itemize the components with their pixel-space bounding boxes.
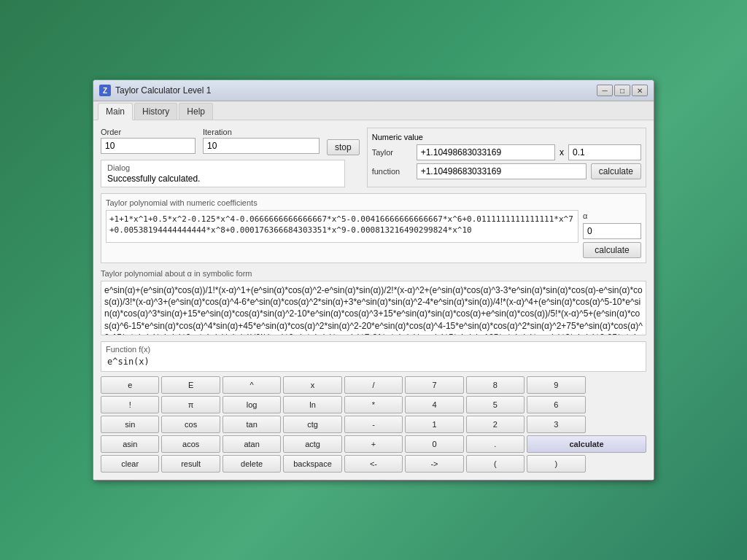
x-value-input[interactable] — [568, 144, 641, 160]
key-close-paren[interactable]: ) — [527, 455, 585, 472]
taylor-row: Taylor x — [372, 144, 641, 160]
key-sin[interactable]: sin — [101, 416, 159, 433]
alpha-col: α calculate — [583, 210, 641, 258]
maximize-button[interactable]: □ — [614, 85, 630, 96]
alpha-input[interactable] — [583, 223, 641, 239]
order-label: Order — [101, 128, 196, 136]
keypad-row-5: clear result delete backspace <- -> ( ) — [101, 455, 646, 472]
key-dot[interactable]: . — [466, 435, 525, 453]
keypad-row-2: ! π log ln * 4 5 6 — [101, 396, 646, 413]
title-buttons: ─ □ ✕ — [597, 85, 648, 96]
symbolic-title: Taylor polynomial about α in symbolic fo… — [101, 269, 646, 278]
calculate-button-numeric[interactable]: calculate — [591, 163, 641, 179]
stop-button[interactable]: stop — [327, 139, 360, 155]
key-ctg[interactable]: ctg — [283, 416, 341, 433]
key-minus[interactable]: - — [344, 416, 403, 433]
key-ln[interactable]: ln — [283, 396, 341, 413]
key-multiply[interactable]: * — [344, 396, 403, 413]
alpha-label: α — [583, 211, 641, 220]
minimize-button[interactable]: ─ — [597, 85, 613, 96]
close-button[interactable]: ✕ — [632, 85, 648, 96]
dialog-message: Successfully calculated. — [107, 174, 338, 184]
key-right[interactable]: -> — [405, 455, 463, 472]
alpha-row: +1+1*x^1+0.5*x^2-0.125*x^4-0.06666666666… — [106, 210, 641, 258]
top-row: Order Iteration stop Dialog Successfully… — [101, 128, 646, 187]
function-row: function calculate — [372, 163, 641, 179]
calculate-button-poly[interactable]: calculate — [583, 242, 641, 258]
key-2[interactable]: 2 — [466, 416, 525, 433]
key-factorial[interactable]: ! — [101, 396, 159, 413]
order-iter-row: Order Iteration stop — [101, 128, 360, 155]
order-group: Order — [101, 128, 196, 155]
keypad-row-3: sin cos tan ctg - 1 2 3 — [101, 416, 646, 433]
dialog-label: Dialog — [107, 163, 338, 172]
function-value-input[interactable] — [417, 163, 587, 179]
main-window: Z Taylor Calculator Level 1 ─ □ ✕ Main H… — [93, 79, 654, 481]
key-log[interactable]: log — [222, 396, 281, 413]
tab-bar: Main History Help — [93, 101, 654, 120]
key-pi[interactable]: π — [161, 396, 220, 413]
stop-wrapper: stop — [327, 128, 360, 155]
tab-main[interactable]: Main — [98, 103, 133, 120]
key-atan[interactable]: atan — [222, 435, 281, 453]
key-open-paren[interactable]: ( — [466, 455, 525, 472]
keypad: e E ^ x / 7 8 9 ! π log ln * 4 5 6 — [101, 376, 646, 472]
iteration-label: Iteration — [203, 128, 320, 136]
taylor-poly-title: Taylor polynomial with numeric coefficie… — [106, 198, 641, 207]
symbolic-text: e^sin(α)+(e^sin(α)*cos(α))/1!*(x-α)^1+(e… — [101, 281, 646, 335]
tab-history[interactable]: History — [134, 103, 177, 120]
key-9[interactable]: 9 — [527, 376, 585, 394]
symbolic-section: Taylor polynomial about α in symbolic fo… — [101, 269, 646, 335]
taylor-label: Taylor — [372, 148, 412, 157]
fx-display: e^sin(x) — [106, 355, 641, 368]
taylor-poly-section: Taylor polynomial with numeric coefficie… — [101, 193, 646, 263]
function-label: function — [372, 167, 412, 176]
key-left[interactable]: <- — [344, 455, 403, 472]
key-0[interactable]: 0 — [405, 435, 463, 453]
key-3[interactable]: 3 — [527, 416, 585, 433]
key-5[interactable]: 5 — [466, 396, 525, 413]
key-7[interactable]: 7 — [405, 376, 463, 394]
poly-text-box: +1+1*x^1+0.5*x^2-0.125*x^4-0.06666666666… — [106, 210, 578, 243]
key-E[interactable]: E — [161, 376, 220, 394]
taylor-value-input[interactable] — [417, 144, 555, 160]
key-plus[interactable]: + — [344, 435, 403, 453]
key-power[interactable]: ^ — [222, 376, 281, 394]
dialog-box: Dialog Successfully calculated. — [101, 160, 345, 187]
title-bar: Z Taylor Calculator Level 1 ─ □ ✕ — [93, 80, 654, 101]
key-asin[interactable]: asin — [101, 435, 159, 453]
iteration-input[interactable] — [203, 138, 320, 154]
order-input[interactable] — [101, 138, 196, 154]
key-tan[interactable]: tan — [222, 416, 281, 433]
key-8[interactable]: 8 — [466, 376, 525, 394]
key-1[interactable]: 1 — [405, 416, 463, 433]
key-4[interactable]: 4 — [405, 396, 463, 413]
tab-help[interactable]: Help — [179, 103, 213, 120]
key-e[interactable]: e — [101, 376, 159, 394]
x-separator: x — [560, 147, 564, 158]
key-clear[interactable]: clear — [101, 455, 159, 472]
key-divide[interactable]: / — [344, 376, 403, 394]
fx-section: Function f(x) e^sin(x) — [101, 341, 646, 372]
iteration-group: Iteration — [203, 128, 320, 155]
fx-label: Function f(x) — [106, 345, 641, 354]
keypad-row-1: e E ^ x / 7 8 9 — [101, 376, 646, 394]
keypad-row-4: asin acos atan actg + 0 . calculate — [101, 435, 646, 453]
left-controls: Order Iteration stop Dialog Successfully… — [101, 128, 360, 187]
window-title: Taylor Calculator Level 1 — [115, 85, 211, 96]
key-result[interactable]: result — [161, 455, 220, 472]
key-6[interactable]: 6 — [527, 396, 585, 413]
key-cos[interactable]: cos — [161, 416, 220, 433]
numeric-section: Numeric value Taylor x function calculat… — [367, 128, 646, 187]
app-icon: Z — [99, 85, 111, 96]
numeric-title: Numeric value — [372, 133, 641, 141]
key-x[interactable]: x — [283, 376, 341, 394]
title-bar-left: Z Taylor Calculator Level 1 — [99, 85, 211, 96]
key-backspace[interactable]: backspace — [283, 455, 341, 472]
key-delete[interactable]: delete — [222, 455, 281, 472]
key-acos[interactable]: acos — [161, 435, 220, 453]
poly-text: +1+1*x^1+0.5*x^2-0.125*x^4-0.06666666666… — [109, 214, 573, 235]
key-calculate[interactable]: calculate — [527, 435, 646, 453]
main-content: Order Iteration stop Dialog Successfully… — [93, 120, 654, 480]
key-actg[interactable]: actg — [283, 435, 341, 453]
